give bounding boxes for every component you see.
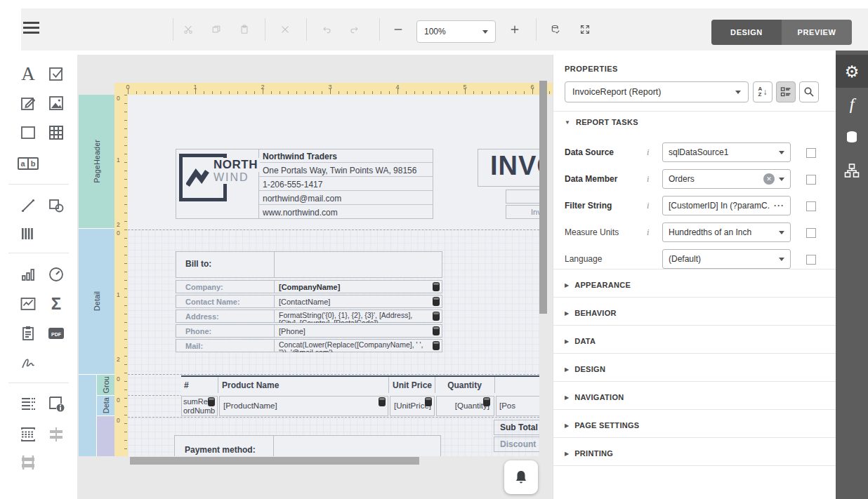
- fullscreen-button[interactable]: [576, 20, 594, 39]
- section-data[interactable]: ▶ DATA: [565, 337, 596, 345]
- band-strip-groupheader[interactable]: Grou: [97, 375, 114, 396]
- subtotal-cell[interactable]: Sub Total: [494, 420, 539, 435]
- band-strip-detail2[interactable]: Deta: [97, 396, 114, 416]
- bill-to-row-address[interactable]: Address: FormatString('{0}, {1}, {2}, {3…: [176, 310, 442, 323]
- info-icon[interactable]: i: [647, 147, 649, 158]
- language-dropdown[interactable]: (Default): [662, 249, 791, 269]
- section-behavior[interactable]: ▶ BEHAVIOR: [565, 309, 617, 317]
- validate-bindings-button[interactable]: [546, 20, 565, 39]
- signature-control[interactable]: [18, 352, 39, 373]
- report-explorer-tab[interactable]: [836, 154, 868, 187]
- selected-control-dropdown[interactable]: InvoiceReport (Report): [565, 81, 749, 102]
- zoom-out-button[interactable]: [389, 20, 407, 39]
- checkbox-control[interactable]: [46, 63, 67, 84]
- pageinfo-clipboard-control[interactable]: [18, 323, 39, 344]
- redo-button[interactable]: [346, 20, 364, 39]
- summary-control[interactable]: Σ: [46, 293, 67, 314]
- section-page-settings[interactable]: ▶ PAGE SETTINGS: [565, 421, 639, 430]
- property-checkbox[interactable]: [806, 175, 816, 185]
- section-navigation[interactable]: ▶ NAVIGATION: [565, 393, 624, 401]
- info-icon[interactable]: i: [647, 201, 649, 211]
- filter-string-editor[interactable]: [CustomerID] In (?paramC... ···: [662, 196, 791, 215]
- grouped-view-button[interactable]: [776, 81, 796, 102]
- items-table-row[interactable]: sumRecordNumber [ProductName] [UnitPrice…: [181, 396, 539, 416]
- table-control[interactable]: [46, 122, 67, 143]
- measure-units-dropdown[interactable]: Hundredths of an Inch: [662, 222, 791, 242]
- property-checkbox[interactable]: [806, 148, 816, 158]
- table-of-contents-control[interactable]: [18, 393, 39, 414]
- expressions-tab[interactable]: f: [836, 88, 868, 121]
- property-checkbox[interactable]: [806, 201, 816, 211]
- notifications-button[interactable]: [504, 460, 538, 494]
- bill-to-row-company[interactable]: Company: [CompanyName]: [176, 280, 442, 293]
- pdf-content-control[interactable]: PDF: [46, 323, 67, 344]
- band-strip-detailreport[interactable]: [79, 375, 97, 456]
- section-report-tasks[interactable]: ▼ REPORT TASKS: [565, 118, 638, 126]
- barcode-control[interactable]: [18, 223, 39, 244]
- copy-button[interactable]: [207, 20, 225, 39]
- line-control[interactable]: [18, 195, 39, 216]
- zoom-level-dropdown[interactable]: 100%: [416, 20, 496, 43]
- company-email[interactable]: northwind@mail.com: [263, 194, 341, 204]
- data-source-dropdown[interactable]: sqlDataSource1: [662, 142, 791, 162]
- cross-band-control[interactable]: [18, 452, 39, 473]
- band-strip-detail[interactable]: Detail: [79, 229, 114, 375]
- zoom-in-button[interactable]: [506, 20, 524, 39]
- section-printing[interactable]: ▶ PRINTING: [565, 449, 613, 458]
- character-comb-control[interactable]: ab: [18, 153, 39, 174]
- page-break-control[interactable]: [18, 424, 39, 445]
- cut-button[interactable]: [179, 20, 197, 39]
- field-list-tab[interactable]: [836, 121, 868, 154]
- panel-control[interactable]: [18, 122, 39, 143]
- menu-icon[interactable]: [23, 22, 39, 34]
- page-info-icon: [47, 394, 65, 413]
- preview-tab[interactable]: PREVIEW: [782, 20, 852, 45]
- label-control[interactable]: A: [18, 63, 39, 84]
- sparkline-control[interactable]: [18, 293, 39, 314]
- undo-button[interactable]: [317, 20, 336, 39]
- company-website[interactable]: www.northwind.com: [263, 208, 338, 218]
- vertical-scrollbar[interactable]: [539, 81, 547, 314]
- info-icon[interactable]: i: [647, 174, 649, 185]
- items-table-header[interactable]: # Product Name Unit Price Quantity: [181, 375, 539, 397]
- property-checkbox[interactable]: [806, 228, 816, 238]
- payment-method-cell[interactable]: Payment method:: [174, 435, 441, 456]
- section-label: REPORT TASKS: [576, 118, 638, 126]
- data-member-dropdown[interactable]: Orders ✕: [662, 169, 791, 189]
- richtext-control[interactable]: [18, 93, 39, 114]
- discount-cell[interactable]: Discount: [494, 437, 539, 452]
- company-phone[interactable]: 1-206-555-1417: [263, 180, 322, 189]
- invoice-title-cell[interactable]: INVOICE: [478, 149, 539, 187]
- properties-tab[interactable]: ⚙: [836, 55, 868, 88]
- band-strip-groupfooter[interactable]: [97, 416, 114, 456]
- delete-button[interactable]: [276, 20, 294, 39]
- gauge-control[interactable]: [46, 264, 67, 285]
- horizontal-scrollbar[interactable]: [130, 457, 419, 465]
- design-tab[interactable]: DESIGN: [711, 20, 782, 45]
- info-icon[interactable]: i: [647, 227, 649, 238]
- section-design[interactable]: ▶ DESIGN: [565, 365, 605, 373]
- bill-to-row-mail[interactable]: Mail: Concat(Lower(Replace([CompanyName]…: [176, 339, 442, 352]
- sort-alphabetical-button[interactable]: AZ ↓: [753, 81, 772, 102]
- invoice-number-cell[interactable]: Invoice #:: [506, 205, 539, 219]
- bill-to-header-cell[interactable]: Bill to:: [176, 251, 442, 278]
- report-page[interactable]: NORTH WIND Northwind Traders One Portals…: [128, 95, 539, 456]
- field-label: Contact Name:: [185, 298, 240, 306]
- section-appearance[interactable]: ▶ APPEARANCE: [565, 281, 631, 289]
- bill-to-row-contact[interactable]: Contact Name: [ContactName]: [176, 295, 442, 308]
- paste-button[interactable]: [235, 20, 254, 39]
- clear-icon[interactable]: ✕: [763, 173, 775, 185]
- property-checkbox[interactable]: [806, 255, 816, 265]
- invoice-date-cell[interactable]: Date:: [506, 189, 539, 204]
- band-strip-pageheader[interactable]: PageHeader: [79, 95, 114, 229]
- search-properties-button[interactable]: [799, 81, 819, 102]
- subreport-control[interactable]: [46, 424, 67, 445]
- company-name[interactable]: Northwind Traders: [263, 152, 337, 161]
- shape-control[interactable]: [46, 195, 67, 216]
- ellipsis-icon[interactable]: ···: [774, 201, 784, 211]
- chart-control[interactable]: [18, 264, 39, 285]
- bill-to-row-phone[interactable]: Phone: [Phone]: [176, 324, 442, 338]
- company-address[interactable]: One Portals Way, Twin Points WA, 98156: [263, 166, 416, 175]
- page-info-control[interactable]: [46, 393, 67, 414]
- picturebox-control[interactable]: [46, 93, 67, 114]
